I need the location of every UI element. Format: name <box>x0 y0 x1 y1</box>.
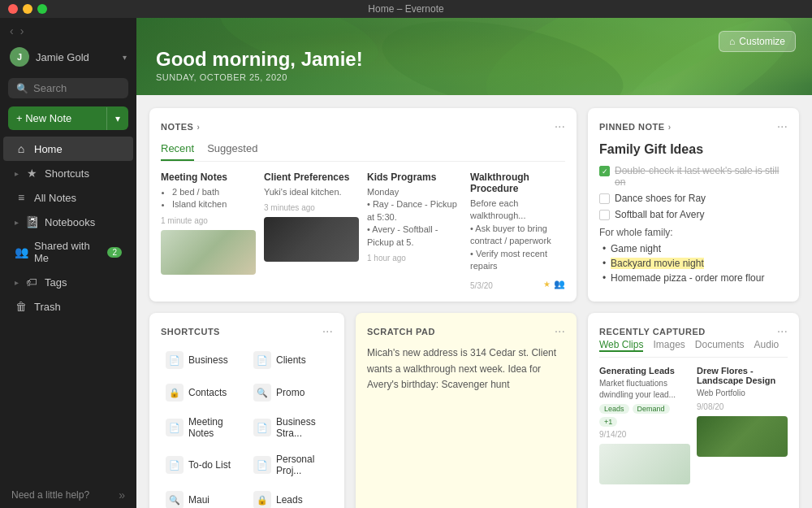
sidebar-item-trash[interactable]: 🗑 Trash <box>3 294 133 319</box>
note-title: Walkthrough Procedure <box>470 172 565 194</box>
capture-date: 9/08/20 <box>697 402 788 411</box>
checkbox-2[interactable] <box>599 193 610 204</box>
new-note-main[interactable]: + New Note <box>8 106 106 130</box>
shortcut-personal[interactable]: 📄 Personal Proj... <box>248 448 333 482</box>
capture-item-leads[interactable]: Generating Leads Market fluctuations dwi… <box>599 366 690 484</box>
user-profile[interactable]: J Jamie Gold ▾ <box>0 42 136 72</box>
note-item-walkthrough[interactable]: Walkthrough Procedure Before each walkth… <box>470 172 565 290</box>
captured-header: RECENTLY CAPTURED ··· <box>599 324 788 339</box>
recently-captured-card: RECENTLY CAPTURED ··· Web Clips Images D… <box>588 313 799 508</box>
shortcut-business[interactable]: 📄 Business <box>161 345 245 375</box>
note-preview: Before each walkthrough... • Ask buyer t… <box>470 198 565 272</box>
shortcut-maui[interactable]: 🔍 Maui <box>161 485 245 508</box>
close-button[interactable] <box>8 4 18 14</box>
scratch-text[interactable]: Micah's new address is 314 Cedar st. Cli… <box>367 345 565 393</box>
notes-menu[interactable]: ··· <box>555 119 565 134</box>
collapse-icon[interactable]: » <box>119 488 125 501</box>
greeting-date: SUNDAY, OCTOBER 25, 2020 <box>156 72 363 82</box>
checklist-item-3: Softball bat for Avery <box>599 209 788 220</box>
highlighted-text: Backyard movie night <box>611 258 704 269</box>
shortcut-label: Business <box>188 354 228 366</box>
shortcut-icon: 📄 <box>253 419 271 436</box>
notes-header: NOTES › ··· <box>161 119 565 134</box>
help-link[interactable]: Need a little help? » <box>0 482 136 508</box>
note-title: Client Preferences <box>264 172 359 183</box>
shortcut-todo[interactable]: 📄 To-do List <box>161 448 245 482</box>
notes-chevron[interactable]: › <box>197 123 200 132</box>
top-row: NOTES › ··· Recent Suggested Meeting Not… <box>149 108 799 302</box>
note-item-meeting[interactable]: Meeting Notes 2 bed / bath Island kitche… <box>161 172 256 290</box>
home-icon: ⌂ <box>15 142 28 155</box>
checkbox-3[interactable] <box>599 210 610 220</box>
new-note-button[interactable]: + New Note ▾ <box>8 106 128 130</box>
shortcut-clients[interactable]: 📄 Clients <box>248 345 333 375</box>
checkbox-1[interactable]: ✓ <box>599 166 610 176</box>
customize-label: Customize <box>739 36 785 47</box>
scratch-pad-card[interactable]: SCRATCH PAD ··· Micah's new address is 3… <box>356 313 577 508</box>
shortcut-icon: 📄 <box>253 456 271 474</box>
scratch-menu[interactable]: ··· <box>555 324 565 339</box>
capture-tab-images[interactable]: Images <box>653 339 685 352</box>
sidebar-item-tags[interactable]: ▸ 🏷 Tags <box>3 270 133 294</box>
search-label: Search <box>33 82 67 94</box>
pinned-note-title: Family Gift Ideas <box>599 142 788 157</box>
main-content: Good morning, Jamie! SUNDAY, OCTOBER 25,… <box>136 18 812 508</box>
sidebar-item-all-notes[interactable]: ≡ All Notes <box>3 185 133 210</box>
capture-item-preview: Web Portfolio <box>697 388 788 399</box>
pinned-chevron[interactable]: › <box>668 123 672 132</box>
shortcut-icon: 🔒 <box>253 491 271 508</box>
pinned-note-card: PINNED NOTE › ··· Family Gift Ideas ✓ Do… <box>588 108 799 302</box>
shortcut-contacts[interactable]: 🔒 Contacts <box>161 378 245 407</box>
capture-tab-audio[interactable]: Audio <box>754 339 780 352</box>
window-title: Home – Evernote <box>368 3 443 15</box>
note-item-kids[interactable]: Kids Programs Monday • Ray - Dance - Pic… <box>367 172 462 290</box>
checklist-label-1: Double-check it last week's sale is stil… <box>615 165 788 188</box>
captured-title: RECENTLY CAPTURED <box>599 327 706 336</box>
capture-item-garden[interactable]: Drew Flores - Landscape Design Web Portf… <box>697 366 788 484</box>
tag-demand[interactable]: Demand <box>633 404 670 414</box>
sidebar-item-home[interactable]: ⌂ Home <box>3 137 133 161</box>
sidebar-item-shortcuts[interactable]: ▸ ★ Shortcuts <box>3 161 133 185</box>
notebooks-icon: 📓 <box>25 215 38 228</box>
new-note-dropdown[interactable]: ▾ <box>106 107 128 130</box>
note-preview: 2 bed / bath Island kitchen <box>161 186 256 211</box>
tab-recent[interactable]: Recent <box>161 142 194 161</box>
shortcuts-menu[interactable]: ··· <box>322 324 333 339</box>
maximize-button[interactable] <box>37 4 47 14</box>
customize-button[interactable]: ⌂ Customize <box>719 31 796 52</box>
search-icon: 🔍 <box>16 83 28 94</box>
sidebar-item-shared[interactable]: 👥 Shared with Me 2 <box>3 234 133 270</box>
tag-leads[interactable]: Leads <box>599 404 629 414</box>
shortcut-business-stra[interactable]: 📄 Business Stra... <box>248 410 333 445</box>
notebooks-expand-arrow: ▸ <box>15 218 19 227</box>
search-bar[interactable]: 🔍 Search <box>8 78 128 98</box>
shortcut-meeting-notes[interactable]: 📄 Meeting Notes <box>161 410 245 445</box>
shortcut-label: Clients <box>276 354 306 366</box>
capture-tab-documents[interactable]: Documents <box>695 339 745 352</box>
bullet-item-1: Game night <box>599 241 788 256</box>
sidebar-label-shortcuts: Shortcuts <box>45 167 89 180</box>
help-label: Need a little help? <box>11 489 89 501</box>
shortcut-icon: 🔍 <box>166 491 184 508</box>
tag-more[interactable]: +1 <box>599 417 617 427</box>
tab-suggested[interactable]: Suggested <box>207 142 257 161</box>
capture-thumb-leads <box>599 444 690 484</box>
star-icon: ★ <box>543 280 551 289</box>
shortcut-leads[interactable]: 🔒 Leads <box>248 485 333 508</box>
bottom-row: SHORTCUTS ··· 📄 Business 📄 Clients <box>149 313 799 508</box>
user-name: Jamie Gold <box>36 51 116 63</box>
sidebar-item-notebooks[interactable]: ▸ 📓 Notebooks <box>3 210 133 234</box>
captured-menu[interactable]: ··· <box>777 324 788 339</box>
forward-arrow[interactable]: › <box>20 24 24 37</box>
back-arrow[interactable]: ‹ <box>10 24 14 37</box>
shortcuts-card: SHORTCUTS ··· 📄 Business 📄 Clients <box>149 313 344 508</box>
capture-tab-webclips[interactable]: Web Clips <box>599 339 643 352</box>
minimize-button[interactable] <box>23 4 32 14</box>
avatar: J <box>10 47 29 67</box>
pinned-menu[interactable]: ··· <box>777 119 788 134</box>
shortcut-promo[interactable]: 🔍 Promo <box>248 378 333 407</box>
capture-thumb-garden <box>697 416 788 457</box>
checklist-label-2: Dance shoes for Ray <box>615 193 706 204</box>
shortcut-icon: 📄 <box>166 351 184 369</box>
note-item-client[interactable]: Client Preferences Yuki's ideal kitchen.… <box>264 172 359 290</box>
